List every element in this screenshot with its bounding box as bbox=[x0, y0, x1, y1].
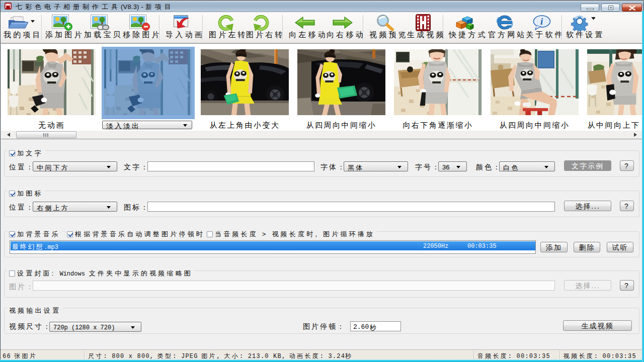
svg-text:i: i bbox=[540, 16, 543, 27]
